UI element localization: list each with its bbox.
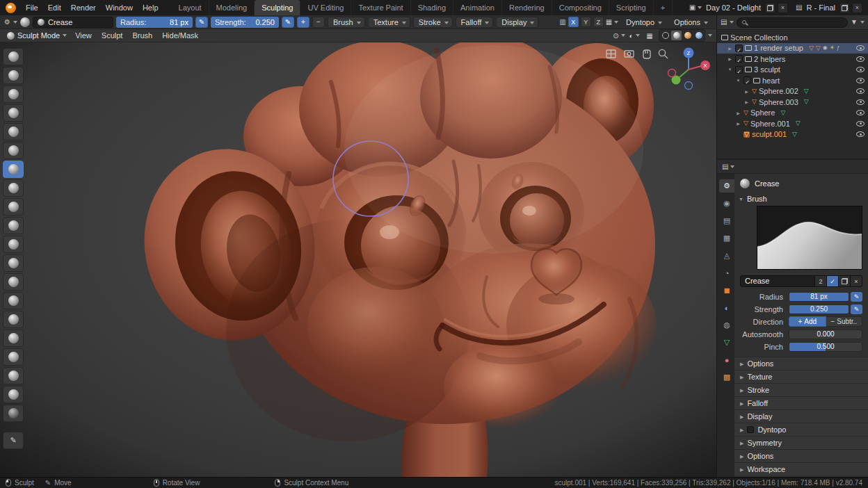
section-dyntopo[interactable]: ▶Dyntopo [734, 423, 868, 436]
duplicate-brush-button[interactable] [839, 275, 851, 287]
workspace-tab-modeling[interactable]: Modeling [209, 0, 255, 15]
mode-selector[interactable]: Sculpt Mode [4, 31, 70, 40]
direction-add-toggle[interactable]: + [297, 17, 310, 28]
outliner-row-helpers[interactable]: ▶ ✓ 2 helpers [717, 54, 868, 65]
radius-slider[interactable]: Radius:81 px [116, 17, 193, 28]
shading-solid-button[interactable] [671, 31, 682, 40]
tool-layer[interactable] [3, 104, 24, 122]
brush-name-input[interactable]: Crease [740, 275, 815, 287]
section-display[interactable]: ▶Display [734, 409, 868, 423]
workspace-add-button[interactable]: + [654, 0, 673, 15]
workspace-tab-animation[interactable]: Animation [453, 0, 502, 15]
tool-annotate[interactable]: ✎ [3, 432, 24, 449]
toggle-xray-button[interactable]: ▦ [643, 30, 656, 41]
strength-pressure-toggle[interactable]: ✎ [282, 17, 294, 28]
tab-active-tool[interactable]: ⚙ [719, 179, 734, 193]
outliner-row-sculpt-001[interactable]: ▽ sculpt.001 ▽ [717, 129, 868, 140]
tool-snake-hook[interactable] [3, 311, 24, 328]
brush-preview[interactable] [757, 206, 862, 270]
menu-sculpt[interactable]: Sculpt [97, 31, 127, 40]
menu-view[interactable]: View [71, 31, 96, 40]
falloff-dropdown[interactable]: Falloff [456, 17, 494, 28]
radius-pressure-toggle[interactable]: ✎ [851, 292, 862, 302]
menu-hide-mask[interactable]: Hide/Mask [158, 31, 202, 40]
menu-brush[interactable]: Brush [128, 31, 156, 40]
brush-name-field[interactable]: Crease [33, 17, 113, 28]
gizmo-x-neg-axis[interactable] [668, 70, 676, 77]
workspace-tab-rendering[interactable]: Rendering [502, 0, 552, 15]
collection-checkbox[interactable]: ✓ [735, 44, 743, 52]
hide-in-viewport-icon[interactable] [856, 88, 865, 94]
tab-output[interactable]: ▤ [719, 214, 734, 227]
gizmo-z-neg-axis[interactable] [685, 82, 693, 90]
tab-physics[interactable]: ◍ [719, 318, 734, 332]
menu-help[interactable]: Help [138, 0, 163, 15]
active-tool-icon[interactable]: ⚙ [4, 19, 10, 26]
outliner-row-render-setup[interactable]: ▶ ✓ 1 render setup ▽ ▽ ◉ ☀ ƒ [717, 43, 868, 54]
tab-texture[interactable]: ▩ [719, 371, 734, 384]
tool-scrape[interactable] [3, 236, 24, 253]
workspace-tab-uv-editing[interactable]: UV Editing [300, 0, 351, 15]
outliner-row-sculpt-collection[interactable]: ▼ ✓ 3 sculpt [717, 65, 868, 76]
users-count-badge[interactable]: 2 [815, 275, 827, 287]
tool-elastic-deform[interactable] [3, 292, 24, 309]
mirror-y-toggle[interactable]: Y [581, 17, 591, 27]
hide-in-viewport-icon[interactable] [856, 99, 865, 105]
autosmooth-slider[interactable]: 0.000 [789, 330, 862, 339]
pivot-point-selector[interactable]: ⊙ [613, 30, 625, 41]
expand-icon[interactable]: ▶ [727, 46, 733, 51]
hide-in-viewport-icon[interactable] [856, 78, 865, 83]
tool-smooth[interactable] [3, 179, 24, 197]
workspace-tab-shading[interactable]: Shading [411, 0, 453, 15]
tool-clay[interactable] [3, 67, 24, 84]
direction-subtract-button[interactable]: −Subtr.. [826, 316, 863, 327]
brush-panel-header[interactable]: ▼ Brush [734, 193, 868, 206]
workspace-tab-texture-paint[interactable]: Texture Paint [351, 0, 410, 15]
tool-grab[interactable] [3, 273, 24, 291]
hide-in-viewport-icon[interactable] [856, 110, 865, 115]
hide-in-viewport-icon[interactable] [856, 131, 865, 137]
hide-in-viewport-icon[interactable] [856, 121, 865, 127]
hide-in-viewport-icon[interactable] [856, 56, 865, 62]
tab-world[interactable]: ◔ [719, 266, 734, 279]
section-stroke[interactable]: ▶Stroke [734, 383, 868, 396]
properties-editor-icon[interactable]: ▤ [722, 163, 728, 170]
direction-subtract-toggle[interactable]: − [312, 17, 325, 28]
section-symmetry[interactable]: ▶Symmetry [734, 436, 868, 449]
outliner-row-sphere[interactable]: ▶ ▽ Sphere ▽ [717, 108, 868, 119]
menu-file[interactable]: File [21, 0, 43, 15]
tool-thumb[interactable] [3, 330, 24, 347]
expand-icon[interactable]: ▶ [735, 111, 741, 115]
show-overlays-toggle[interactable]: ◐ [628, 30, 641, 41]
filter-icon[interactable]: ▼ [851, 19, 858, 26]
dyntopo-dropdown[interactable]: Dyntopo [620, 17, 666, 28]
view-layer-name[interactable]: R - Final [804, 3, 837, 12]
outliner-row-heart[interactable]: ▼ ✓ heart [717, 75, 868, 86]
collapse-icon[interactable]: ▼ [735, 79, 741, 83]
strength-pressure-toggle[interactable]: ✎ [851, 304, 862, 314]
scene-name[interactable]: Day 02 - Delight [704, 3, 763, 12]
radius-slider[interactable]: 81 px [789, 292, 849, 302]
shading-rendered-button[interactable] [693, 31, 704, 40]
shading-material-button[interactable] [682, 31, 693, 40]
new-scene-button[interactable] [765, 3, 775, 13]
menu-render[interactable]: Render [66, 0, 101, 15]
tab-object-data[interactable]: ▽ [719, 336, 734, 349]
collection-checkbox[interactable]: ✓ [744, 76, 751, 84]
tab-object[interactable]: ◼ [719, 284, 734, 297]
outliner-row-scene-collection[interactable]: Scene Collection [717, 32, 868, 43]
tool-nudge[interactable] [3, 367, 24, 384]
pinch-slider[interactable]: 0.500 [789, 342, 862, 352]
texture-dropdown[interactable]: Texture [368, 17, 410, 28]
mirror-z-toggle[interactable]: Z [593, 17, 604, 27]
section-texture[interactable]: ▶Texture [734, 370, 868, 383]
tool-inflate[interactable] [3, 123, 24, 140]
menu-edit[interactable]: Edit [43, 0, 66, 15]
tool-draw[interactable] [3, 48, 24, 65]
workspace-tab-layout[interactable]: Layout [172, 0, 209, 15]
tab-view-layer[interactable]: ▦ [719, 231, 734, 245]
delete-scene-button[interactable]: × [778, 3, 788, 13]
tab-render[interactable]: ◉ [719, 197, 734, 210]
options-dropdown[interactable]: Options [668, 17, 712, 28]
tab-scene[interactable]: ◬ [719, 249, 734, 262]
